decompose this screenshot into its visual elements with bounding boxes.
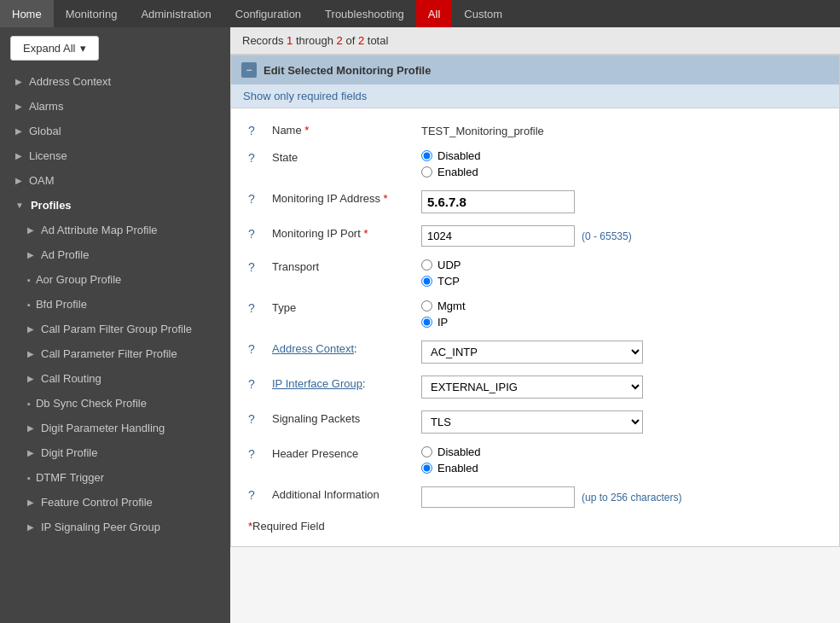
address-context-help-icon[interactable]: ? — [248, 342, 264, 356]
collapse-button[interactable]: − — [241, 62, 257, 78]
state-help-icon[interactable]: ? — [248, 151, 264, 165]
header-presence-label: Header Presence — [272, 445, 413, 460]
transport-udp-radio[interactable] — [421, 259, 432, 271]
state-disabled-radio[interactable] — [421, 150, 432, 161]
address-context-select[interactable]: AC_INTP — [421, 341, 643, 364]
sidebar-item-alarms[interactable]: ▶ Alarms — [0, 94, 230, 119]
sidebar-item-aor-group-profile[interactable]: ▪ Aor Group Profile — [0, 267, 230, 292]
records-through: through — [296, 34, 337, 47]
header-presence-disabled-label: Disabled — [437, 445, 481, 458]
sidebar-item-call-routing[interactable]: ▶ Call Routing — [0, 366, 230, 391]
content-area: Records 1 through 2 of 2 total − Edit Se… — [230, 27, 840, 623]
ip-interface-group-row: ? IP Interface Group: EXTERNAL_IPIG — [248, 376, 822, 399]
sidebar-item-dtmf-trigger[interactable]: ▪ DTMF Trigger — [0, 465, 230, 490]
state-enabled-row: Enabled — [421, 166, 822, 178]
monitoring-port-help-icon[interactable]: ? — [248, 227, 264, 241]
additional-info-label: Additional Information — [272, 486, 413, 501]
nav-monitoring[interactable]: Monitoring — [54, 0, 130, 27]
records-end: 2 — [337, 34, 343, 47]
monitoring-port-input[interactable] — [421, 225, 575, 247]
nav-configuration[interactable]: Configuration — [223, 0, 313, 27]
transport-label: Transport — [272, 259, 413, 273]
transport-tcp-label: TCP — [437, 275, 460, 288]
sidebar-item-digit-profile[interactable]: ▶ Digit Profile — [0, 440, 230, 465]
state-disabled-row: Disabled — [421, 149, 822, 162]
monitoring-ip-input[interactable] — [421, 190, 575, 213]
sidebar-item-oam[interactable]: ▶ OAM — [0, 168, 230, 193]
sidebar-item-digit-parameter-handling[interactable]: ▶ Digit Parameter Handling — [0, 416, 230, 440]
header-presence-enabled-radio[interactable] — [421, 463, 432, 474]
arrow-icon: ▶ — [27, 423, 34, 433]
signaling-packets-help-icon[interactable]: ? — [248, 412, 264, 426]
nav-home[interactable]: Home — [0, 0, 54, 27]
ip-interface-group-link[interactable]: IP Interface Group — [272, 377, 362, 390]
monitoring-ip-help-icon[interactable]: ? — [248, 192, 264, 206]
nav-troubleshooting[interactable]: Troubleshooting — [313, 0, 416, 27]
type-help-icon[interactable]: ? — [248, 301, 264, 315]
sidebar-item-call-param-filter-group[interactable]: ▶ Call Param Filter Group Profile — [0, 317, 230, 341]
transport-help-icon[interactable]: ? — [248, 260, 264, 274]
sidebar-item-bfd-profile[interactable]: ▪ Bfd Profile — [0, 292, 230, 317]
sidebar-item-ip-signaling-peer-group[interactable]: ▶ IP Signaling Peer Group — [0, 515, 230, 539]
address-context-label: Address Context: — [272, 341, 413, 355]
signaling-packets-select[interactable]: TLS — [421, 410, 643, 434]
form-body: ? Name * TEST_Monitoring_profile ? State — [231, 108, 839, 546]
arrow-icon: ▶ — [15, 102, 22, 111]
sidebar-item-address-context[interactable]: ▶ Address Context — [0, 69, 230, 94]
nav-administration[interactable]: Administration — [129, 0, 223, 27]
sidebar-item-license[interactable]: ▶ License — [0, 143, 230, 168]
top-nav: Home Monitoring Administration Configura… — [0, 0, 840, 27]
sidebar-item-db-sync-check-profile[interactable]: ▪ Db Sync Check Profile — [0, 391, 230, 416]
state-disabled-label: Disabled — [437, 149, 481, 162]
arrow-icon: ▶ — [15, 176, 22, 185]
required-note-text: Required Field — [252, 520, 325, 533]
header-presence-row: ? Header Presence Disabled Enabled — [248, 445, 822, 475]
type-ip-radio[interactable] — [421, 317, 432, 328]
sidebar: Expand All ▾ ▶ Address Context ▶ Alarms … — [0, 27, 230, 623]
type-row: ? Type Mgmt IP — [248, 300, 822, 329]
nav-all[interactable]: All — [416, 0, 452, 27]
arrow-icon: ▶ — [27, 349, 34, 358]
type-ip-label: IP — [437, 316, 448, 329]
arrow-icon: ▶ — [27, 225, 34, 235]
chevron-down-icon: ▾ — [80, 42, 86, 55]
ip-interface-group-select[interactable]: EXTERNAL_IPIG — [421, 376, 643, 399]
type-mgmt-radio[interactable] — [421, 300, 432, 312]
arrow-icon: ▶ — [27, 448, 34, 457]
expand-all-button[interactable]: Expand All ▾ — [10, 36, 99, 61]
name-help-icon[interactable]: ? — [248, 124, 264, 137]
additional-info-help-icon[interactable]: ? — [248, 488, 264, 502]
port-range-hint: (0 - 65535) — [582, 230, 632, 242]
header-presence-help-icon[interactable]: ? — [248, 447, 264, 461]
required-note: *Required Field — [248, 520, 822, 533]
name-value: TEST_Monitoring_profile — [421, 122, 822, 137]
sidebar-item-feature-control-profile[interactable]: ▶ Feature Control Profile — [0, 490, 230, 515]
arrow-icon: ▶ — [27, 522, 34, 532]
transport-row: ? Transport UDP TCP — [248, 259, 822, 288]
header-presence-enabled-label: Enabled — [437, 462, 478, 475]
transport-udp-label: UDP — [437, 259, 461, 271]
ip-interface-group-value: EXTERNAL_IPIG — [421, 376, 822, 399]
address-context-link[interactable]: Address Context — [272, 342, 354, 355]
sidebar-item-global[interactable]: ▶ Global — [0, 119, 230, 143]
sidebar-item-profiles[interactable]: ▼ Profiles — [0, 193, 230, 218]
name-display: TEST_Monitoring_profile — [421, 122, 822, 137]
additional-info-input[interactable] — [421, 486, 575, 508]
header-presence-disabled-radio[interactable] — [421, 446, 432, 457]
sidebar-item-ad-profile[interactable]: ▶ Ad Profile — [0, 242, 230, 267]
type-ip-row: IP — [421, 316, 822, 329]
arrow-icon: ▶ — [27, 498, 34, 507]
nav-custom[interactable]: Custom — [452, 0, 514, 27]
state-enabled-radio[interactable] — [421, 166, 432, 178]
transport-tcp-radio[interactable] — [421, 276, 432, 287]
sidebar-item-call-parameter-filter-profile[interactable]: ▶ Call Parameter Filter Profile — [0, 341, 230, 366]
arrow-icon: ▶ — [27, 374, 34, 383]
show-required-fields[interactable]: Show only required fields — [231, 84, 839, 108]
transport-tcp-row: TCP — [421, 275, 822, 288]
state-row: ? State Disabled Enabled — [248, 149, 822, 178]
transport-value: UDP TCP — [421, 259, 822, 288]
arrow-icon: ▶ — [27, 250, 34, 259]
required-asterisk: * — [304, 124, 309, 137]
sidebar-item-ad-attribute-map-profile[interactable]: ▶ Ad Attribute Map Profile — [0, 218, 230, 242]
ip-interface-group-help-icon[interactable]: ? — [248, 377, 264, 391]
